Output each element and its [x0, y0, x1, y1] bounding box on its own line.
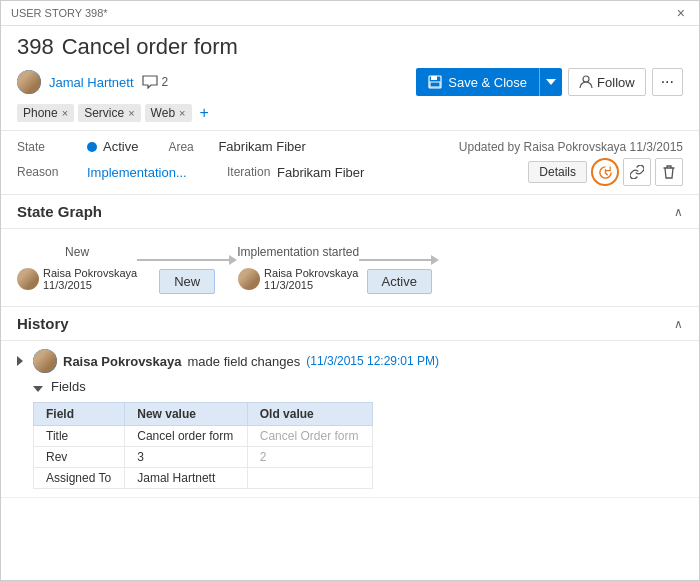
title-bar-label: USER STORY 398* [11, 7, 108, 19]
svg-rect-2 [430, 82, 440, 87]
history-header[interactable]: History ∧ [1, 307, 699, 341]
state-node-impl-label: Implementation started [237, 245, 359, 259]
transition-box-2: Active [367, 269, 432, 294]
toolbar-right: Save & Close Follow ·· [416, 68, 683, 96]
fields-expand-icon[interactable] [33, 386, 43, 392]
history-collapse-icon: ∧ [674, 317, 683, 331]
avatar-state-2 [238, 268, 260, 290]
history-expand-icon[interactable] [17, 356, 23, 366]
area-value: Fabrikam Fiber [218, 139, 338, 154]
history-title: History [17, 315, 69, 332]
tag-phone-close[interactable]: × [62, 107, 68, 119]
table-row: Rev 3 2 [34, 447, 373, 468]
avatar [17, 70, 41, 94]
table-row: Title Cancel order form Cancel Order for… [34, 426, 373, 447]
fields-label: Fields [51, 379, 86, 394]
state-dot [87, 142, 97, 152]
save-close-label: Save & Close [448, 75, 527, 90]
row-field-1: Rev [34, 447, 125, 468]
state-flow: New Raisa Pokrovskaya 11/3/2015 [17, 241, 683, 294]
save-dropdown[interactable] [540, 68, 562, 96]
meta-section: State Active Area Fabrikam Fiber Updated… [1, 131, 699, 195]
tag-web-label: Web [151, 106, 175, 120]
state-value: Active [103, 139, 138, 154]
history-user-name: Raisa Pokrovskaya [63, 354, 182, 369]
link-icon [630, 165, 644, 179]
row-new-2: Jamal Hartnett [125, 468, 248, 489]
col-old-value: Old value [247, 403, 372, 426]
fields-header: Fields [33, 379, 683, 398]
row-old-0: Cancel Order form [247, 426, 372, 447]
trash-icon-button[interactable] [655, 158, 683, 186]
save-close-button[interactable]: Save & Close [416, 68, 562, 96]
add-tag-button[interactable]: + [196, 104, 213, 122]
state-user-1: Raisa Pokrovskaya [43, 267, 137, 279]
col-field: Field [34, 403, 125, 426]
tag-service: Service × [78, 104, 140, 122]
save-main: Save & Close [416, 68, 540, 96]
more-label: ··· [661, 73, 674, 91]
state-date-1: 11/3/2015 [43, 279, 137, 291]
trash-icon [663, 165, 675, 179]
state-graph-content: New Raisa Pokrovskaya 11/3/2015 [1, 229, 699, 307]
row-new-1: 3 [125, 447, 248, 468]
svg-rect-1 [431, 76, 437, 80]
table-row: Assigned To Jamal Hartnett [34, 468, 373, 489]
meta-row-state: State Active Area Fabrikam Fiber Updated… [17, 139, 683, 154]
close-button[interactable]: × [673, 5, 689, 21]
more-button[interactable]: ··· [652, 68, 683, 96]
dropdown-icon [546, 79, 556, 85]
fields-section: Fields Field New value Old value Title C [33, 379, 683, 489]
tag-service-close[interactable]: × [128, 107, 134, 119]
history-action: made field changes [188, 354, 301, 369]
main-window: USER STORY 398* × 398 Cancel order form … [0, 0, 700, 581]
tag-phone: Phone × [17, 104, 74, 122]
history-icon [598, 165, 613, 180]
state-user-info-2: Raisa Pokrovskaya 11/3/2015 [238, 267, 358, 291]
row-old-1: 2 [247, 447, 372, 468]
arrow-container-2: Active [359, 241, 439, 294]
follow-label: Follow [597, 75, 635, 90]
details-button[interactable]: Details [528, 161, 587, 183]
state-label: State [17, 140, 87, 154]
transition-box-1: New [159, 269, 215, 294]
work-item-id: 398 [17, 34, 54, 60]
state-node-new: New Raisa Pokrovskaya 11/3/2015 [17, 245, 137, 291]
row-field-0: Title [34, 426, 125, 447]
reason-label: Reason [17, 165, 87, 179]
tag-phone-label: Phone [23, 106, 58, 120]
state-node-impl: Implementation started Raisa Pokrovskaya… [237, 245, 359, 291]
follow-button[interactable]: Follow [568, 68, 646, 96]
area-label: Area [168, 140, 218, 154]
save-icon [428, 75, 442, 89]
tag-web: Web × [145, 104, 192, 122]
history-time: (11/3/2015 12:29:01 PM) [306, 354, 439, 368]
header-section: 398 Cancel order form Jamal Hartnett 2 [1, 26, 699, 131]
state-node-new-label: New [65, 245, 89, 259]
iteration-value: Fabrikam Fiber [277, 165, 397, 180]
svg-point-3 [583, 76, 589, 82]
work-item-name: Cancel order form [62, 34, 238, 60]
link-icon-button[interactable] [623, 158, 651, 186]
tags-row: Phone × Service × Web × + [17, 104, 683, 122]
comment-button[interactable]: 2 [142, 75, 169, 89]
meta-actions: Details [528, 158, 683, 186]
row-field-2: Assigned To [34, 468, 125, 489]
state-value-container: Active [87, 139, 138, 154]
history-section: History ∧ Raisa Pokrovskaya made field c… [1, 307, 699, 580]
fields-table-header-row: Field New value Old value [34, 403, 373, 426]
history-icon-button[interactable] [591, 158, 619, 186]
title-bar: USER STORY 398* × [1, 1, 699, 26]
row-new-0: Cancel order form [125, 426, 248, 447]
arrow-container-1: New [137, 241, 237, 294]
state-graph-section: State Graph ∧ New Raisa Pokrovskaya [1, 195, 699, 307]
avatar-state-1 [17, 268, 39, 290]
tag-web-close[interactable]: × [179, 107, 185, 119]
state-graph-collapse-icon: ∧ [674, 205, 683, 219]
state-graph-header[interactable]: State Graph ∧ [1, 195, 699, 229]
toolbar-left: Jamal Hartnett 2 [17, 70, 168, 94]
comment-count: 2 [162, 75, 169, 89]
reason-value: Implementation... [87, 165, 217, 180]
assigned-user[interactable]: Jamal Hartnett [49, 75, 134, 90]
state-date-2: 11/3/2015 [264, 279, 358, 291]
